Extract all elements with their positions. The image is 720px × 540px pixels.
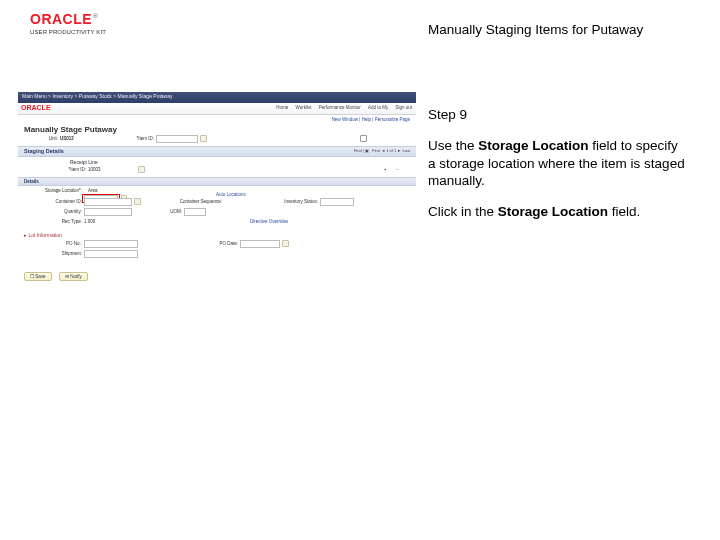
view-links: New Window | Help | Personalize Page — [18, 115, 416, 123]
uom-label: UOM: — [158, 209, 182, 214]
quantity-label: Quantity: — [22, 209, 82, 214]
notify-button[interactable]: ✉ Notify — [59, 272, 88, 281]
container-label: Container ID: — [22, 199, 82, 204]
lot-info-label: Lot Information — [28, 232, 61, 238]
app-screenshot: Main Menu > Inventory > Putaway Stock > … — [18, 92, 416, 282]
unit-label: Unit: — [28, 136, 58, 141]
logo-tm: ® — [93, 13, 97, 19]
calendar-icon[interactable] — [282, 240, 289, 247]
receipt-line-label: Receipt Line — [70, 159, 416, 165]
shipment-label: Shipment: — [22, 251, 82, 256]
txt: Use the — [428, 138, 478, 153]
item-lookup-icon[interactable] — [138, 166, 145, 173]
minus-icon[interactable]: − — [396, 167, 399, 172]
pono-label: PO No.: — [22, 241, 82, 246]
podate-label: PO Date: — [198, 241, 238, 246]
oracle-logo-mini: ORACLE — [21, 104, 51, 111]
lot-info: ▸ Lot Information — [18, 228, 416, 240]
link-home[interactable]: Home — [276, 105, 288, 110]
logo-subtext: USER PRODUCTIVITY KIT — [30, 29, 106, 35]
rectype-label: Rec Type: — [22, 219, 82, 224]
link-personalize[interactable]: Personalize Page — [375, 117, 410, 122]
notify-label: Notify — [70, 274, 82, 279]
link-worklist[interactable]: Worklist — [295, 105, 311, 110]
breadcrumb: Main Menu > Inventory > Putaway Stock > … — [18, 92, 416, 103]
area-label: Area — [88, 188, 98, 193]
link-newwindow[interactable]: New Window — [332, 117, 358, 122]
app-header: ORACLE Home Worklist Performance Monitor… — [18, 103, 416, 115]
last-label[interactable]: Last — [402, 148, 410, 153]
save-button[interactable]: ☐ Save — [24, 272, 52, 281]
contseq-label: Container Sequence: — [158, 199, 222, 204]
container-input[interactable] — [84, 198, 132, 206]
page-title: Manually Staging Items for Putaway — [428, 22, 643, 37]
itemid-field[interactable] — [156, 135, 198, 143]
container-lookup-icon[interactable] — [134, 198, 141, 205]
oracle-logo: ORACLE — [30, 11, 92, 27]
link-addtomy[interactable]: Add to My — [368, 105, 388, 110]
save-label: Save — [35, 274, 45, 279]
staging-details-bar: Staging Details Find | ▣ First ◄ 1 of 1 … — [18, 146, 416, 157]
item-value: 10003 — [88, 167, 101, 172]
recline-value: 1.000 — [84, 219, 95, 224]
staging-details-label: Staging Details — [24, 148, 64, 154]
link-perfmon[interactable]: Performance Monitor — [319, 105, 361, 110]
logo-block: ORACLE® USER PRODUCTIVITY KIT — [30, 10, 106, 35]
instruction-panel: Step 9 Use the Storage Location field to… — [428, 106, 688, 234]
item-label: *Item ID: — [46, 167, 86, 172]
unit-value: US012 — [60, 136, 74, 141]
invstatus-label: Inventory Status: — [264, 199, 318, 204]
plus-icon[interactable]: + — [384, 167, 387, 172]
txt: Click in the — [428, 204, 498, 219]
autoloc-link[interactable]: Auto Locations — [216, 192, 246, 197]
details-bar: Details — [18, 177, 416, 186]
txt: field. — [608, 204, 640, 219]
pono-input[interactable] — [84, 240, 138, 248]
uom-input[interactable] — [184, 208, 206, 216]
directive-link[interactable]: Directive Overrides — [250, 219, 288, 224]
storloc-label: Storage Location*: — [22, 188, 82, 193]
button-row: ☐ Save ✉ Notify — [18, 260, 416, 286]
bold-term: Storage Location — [498, 204, 608, 219]
form-title: Manually Stage Putaway — [18, 123, 416, 134]
first-label[interactable]: First — [372, 148, 380, 153]
itemid-label: *Item ID: — [118, 136, 154, 141]
invstatus-field[interactable] — [320, 198, 354, 206]
find-label[interactable]: Find — [354, 148, 362, 153]
link-help[interactable]: Help — [362, 117, 371, 122]
link-signout[interactable]: Sign out — [395, 105, 412, 110]
instruction-1: Use the Storage Location field to specif… — [428, 137, 688, 189]
step-number: Step 9 — [428, 106, 688, 123]
of-label: of 1 — [390, 148, 397, 153]
bold-term: Storage Location — [478, 138, 588, 153]
refresh-icon[interactable] — [360, 135, 367, 142]
quantity-input[interactable] — [84, 208, 132, 216]
podate-input[interactable] — [240, 240, 280, 248]
shipment-input[interactable] — [84, 250, 138, 258]
instruction-2: Click in the Storage Location field. — [428, 203, 688, 220]
lookup-icon[interactable] — [200, 135, 207, 142]
header-links: Home Worklist Performance Monitor Add to… — [270, 105, 412, 110]
